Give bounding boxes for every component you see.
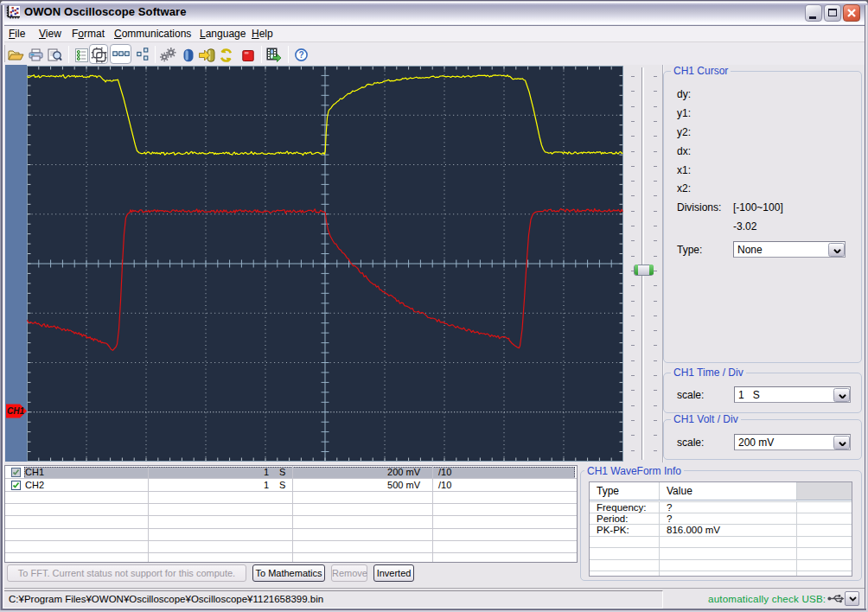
svg-text:CH1: CH1 bbox=[7, 406, 24, 416]
svg-text:?: ? bbox=[298, 50, 303, 60]
